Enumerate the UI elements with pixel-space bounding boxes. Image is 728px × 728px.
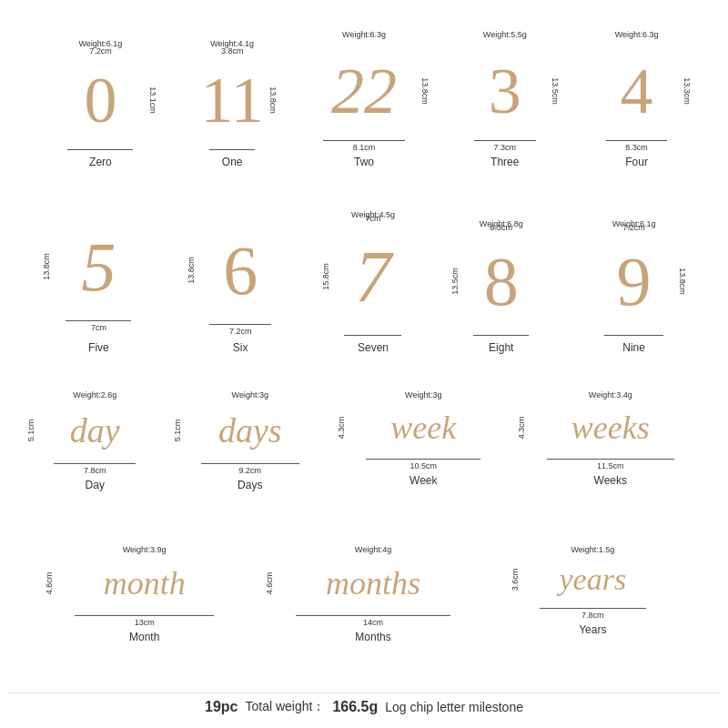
measure-bottom-week [366,459,480,460]
char-years: years [559,564,626,595]
dim-top-seven: 7cm [365,214,380,223]
measure-bottom-nine [604,335,663,336]
dim-left-years: 3.6cm [511,569,521,592]
figure-two: 22 13.8cm 8.1cm [318,50,410,132]
char-month: month [104,567,186,600]
item-nine: Weight:6.1g 7.2cm 13.8cm 9 Nine [575,219,693,354]
row-time-words-1: Weight:2.6g 5.1cm day 7.8cm Day Weight:3… [7,379,721,531]
footer: 19pc Total weight： 166.5g Log chip lette… [7,693,721,721]
weight-week: Weight:3g [405,390,441,399]
dim-right-three: 13.5cm [551,77,560,105]
measure-bottom-month [75,615,214,616]
weight-two: Weight:6.3g [342,30,386,39]
dim-top-one: 3.8cm [221,46,244,56]
label-five: Five [88,341,109,354]
measure-bottom-day [54,463,136,464]
dim-left-month: 4.6cm [45,572,54,595]
item-zero: Weight:6.1g 7.2cm 0 13.1cm Zero [36,39,164,168]
label-six: Six [233,341,248,354]
weight-day: Weight:2.6g [73,390,116,399]
measure-bottom-two [323,140,405,141]
dim-bottom-six: 7.2cm [229,327,252,336]
dim-bottom-five: 7cm [91,323,106,332]
label-days: Days [238,479,262,491]
char-three: 3 [489,58,521,124]
dim-left-week: 4.3cm [338,417,347,440]
label-nine: Nine [622,341,645,354]
figure-weeks: 4.3cm weeks 11.5cm [540,405,681,450]
char-days: days [218,413,282,448]
dim-bottom-years: 7.8cm [581,611,604,620]
figure-week: 4.3cm week 10.5cm [359,405,487,450]
measure-bottom-three [474,140,536,141]
char-weeks: weeks [571,411,650,444]
dim-top-nine: 7.2cm [622,223,645,232]
figure-month: 4.6cm month 13cm [67,560,222,607]
label-two: Two [354,156,374,168]
dim-right-two: 13.8cm [420,77,430,105]
main-container: Weight:6.1g 7.2cm 0 13.1cm Zero Weight:4… [0,0,728,728]
figure-months: 4.6cm months 14cm [288,560,459,607]
item-years: Weight:1.5g 3.6cm years 7.8cm Years [501,545,683,636]
figure-four: 4 13.3cm 8.3cm [602,50,671,132]
label-seven: Seven [358,341,389,354]
measure-bottom-zero [67,149,133,150]
label-zero: Zero [89,156,112,168]
weight-month: Weight:3.9g [123,545,167,554]
char-day: day [70,413,120,448]
dim-left-seven: 15.8cm [321,264,330,291]
char-nine: 9 [617,247,652,316]
figure-days: 5.1cm days 9.2cm [196,405,305,455]
figure-eight: 6.3cm 13.5cm 8 [470,236,532,327]
dim-bottom-day: 7.8cm [84,466,106,475]
weight-days: Weight:3g [232,390,268,399]
measure-bottom-five [66,320,131,321]
dim-top-eight: 6.3cm [490,223,513,232]
dim-left-eight: 13.5cm [450,268,460,296]
figure-five: 13.8cm 5 7cm [62,221,135,312]
footer-description: Log chip letter milestone [385,700,523,714]
item-days: Weight:3g 5.1cm days 9.2cm Days [168,390,332,491]
footer-weight-label: Total weight： [245,699,325,715]
dim-right-one: 13.8cm [268,86,278,114]
measure-bottom-seven [344,335,401,336]
figure-one: 3.8cm 11 13.8cm [207,59,258,141]
row-time-words-2: Weight:3.9g 4.6cm month 13cm Month Weigh… [7,534,721,689]
label-months: Months [355,631,390,643]
dim-right-nine: 13.8cm [678,268,687,296]
weight-weeks: Weight:3.4g [589,390,632,399]
measure-bottom-eight [473,335,529,336]
label-four: Four [625,156,648,168]
measure-bottom-years [540,608,646,609]
char-one: 11 [201,67,264,133]
weight-years: Weight:1.5g [571,545,614,554]
figure-three: 3 13.5cm 7.3cm [470,50,539,132]
weight-months: Weight:4g [355,545,391,554]
measure-bottom-weeks [547,459,674,460]
dim-left-day: 5.1cm [27,420,36,442]
dim-left-weeks: 4.3cm [518,417,527,440]
figure-years: 3.6cm years 7.8cm [533,560,652,600]
char-four: 4 [621,58,653,124]
dim-bottom-days: 9.2cm [238,466,261,475]
item-four: Weight:6.3g 4 13.3cm 8.3cm Four [582,30,692,168]
item-week: Weight:3g 4.3cm week 10.5cm Week [332,390,514,487]
label-years: Years [579,623,606,636]
figure-nine: 7.2cm 13.8cm 9 [602,236,667,327]
item-eight: Weight:6.8g 6.3cm 13.5cm 8 Eight [447,219,556,354]
item-month: Weight:3.9g 4.6cm month 13cm Month [45,545,245,643]
item-six: 13.8cm 6 7.2cm Six [181,225,299,354]
measure-bottom-months [296,615,450,616]
dim-left-months: 4.6cm [265,572,274,595]
label-month: Month [129,631,159,643]
measure-bottom-six [209,324,271,325]
figure-six: 13.8cm 6 7.2cm [207,225,275,316]
item-three: Weight:5.5g 3 13.5cm 7.3cm Three [450,30,560,168]
footer-count: 19pc [205,699,238,715]
char-six: 6 [223,236,258,305]
label-weeks: Weeks [594,474,627,487]
item-five: 13.8cm 5 7cm Five [35,221,162,354]
figure-zero: 7.2cm 0 13.1cm [64,59,136,141]
measure-bottom-four [606,140,668,141]
dim-left-five: 13.8cm [42,254,51,281]
